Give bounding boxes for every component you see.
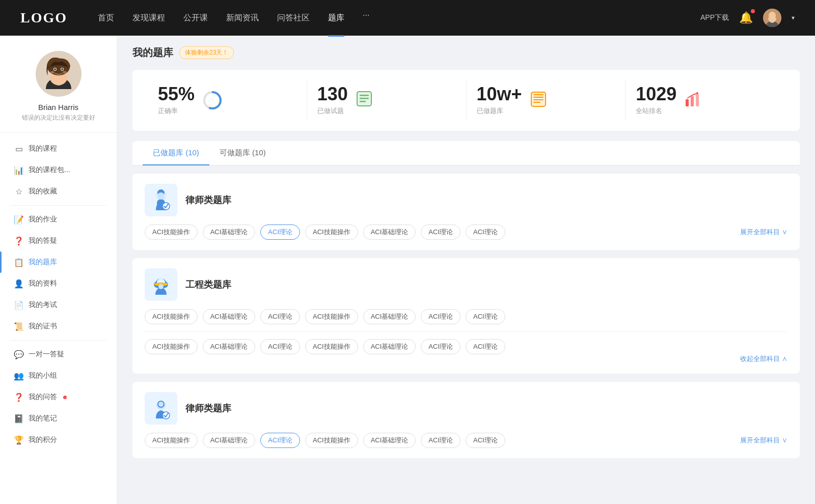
- eng-tag-2[interactable]: ACI理论: [260, 309, 300, 324]
- nav-questionbank[interactable]: 题库: [328, 11, 344, 25]
- exam-icon: 📄: [14, 300, 23, 310]
- tab-available[interactable]: 可做题库 (10): [209, 141, 276, 165]
- l2-tag-3[interactable]: ACI技能操作: [305, 433, 358, 448]
- sidebar-item-qa[interactable]: ❓ 我的答疑: [0, 230, 117, 251]
- l2-tag-6[interactable]: ACI理论: [466, 433, 505, 448]
- sidebar-item-courses[interactable]: ▭ 我的课程: [0, 138, 117, 159]
- qb-card-engineer: 工程类题库 ACI技能操作 ACI基础理论 ACI理论 ACI技能操作 ACI基…: [132, 258, 800, 374]
- eng-tag-r2-5[interactable]: ACI理论: [421, 339, 460, 354]
- svg-point-45: [158, 402, 164, 407]
- sidebar-item-myqa[interactable]: ❓ 我的问答: [0, 386, 117, 408]
- qb-title-lawyer-1: 律师类题库: [185, 194, 231, 206]
- ranking-value: 1029: [636, 85, 676, 103]
- nav-news[interactable]: 新闻资讯: [226, 11, 259, 25]
- eng-tag-r2-0[interactable]: ACI技能操作: [145, 339, 198, 354]
- user-avatar[interactable]: [36, 51, 82, 97]
- eng-tag-r2-3[interactable]: ACI技能操作: [305, 339, 358, 354]
- eng-tag-3[interactable]: ACI技能操作: [305, 309, 358, 324]
- lawyer-icon-svg: [149, 188, 173, 212]
- done-banks-label: 已做题库: [477, 106, 522, 116]
- nav-discover[interactable]: 发现课程: [132, 11, 165, 25]
- sidebar-label-1on1: 一对一答疑: [29, 350, 64, 359]
- sidebar-menu: ▭ 我的课程 📊 我的课程包... ☆ 我的收藏 📝 我的作业 ❓ 我的答疑 📋: [0, 133, 117, 456]
- sidebar-item-favorites[interactable]: ☆ 我的收藏: [0, 181, 117, 202]
- user-motto: 错误的决定比没有决定要好: [22, 114, 95, 122]
- tag-3[interactable]: ACI技能操作: [305, 225, 358, 240]
- qb-icon-lawyer-1: [145, 184, 177, 216]
- user-avatar-nav[interactable]: [763, 9, 781, 27]
- qb-divider-engineer: [145, 331, 787, 332]
- accuracy-chart: [202, 90, 223, 111]
- tags-row-lawyer-1: ACI技能操作 ACI基础理论 ACI理论 ACI技能操作 ACI基础理论 AC…: [145, 225, 787, 240]
- nav-more[interactable]: ···: [363, 11, 369, 25]
- nav-opencourse[interactable]: 公开课: [183, 11, 208, 25]
- stat-rank-content: 1029 全站排名: [636, 85, 676, 116]
- notification-bell[interactable]: 🔔: [739, 11, 753, 24]
- l2-tag-5[interactable]: ACI理论: [421, 433, 460, 448]
- lawyer-icon-svg-2: [149, 396, 173, 421]
- sidebar-item-profile[interactable]: 👤 我的资料: [0, 273, 117, 294]
- expand-btn-1[interactable]: 展开全部科目 ∨: [740, 228, 787, 237]
- stat-accuracy: 55% 正确率: [148, 80, 307, 121]
- eng-tag-r2-1[interactable]: ACI基础理论: [203, 339, 256, 354]
- l2-tag-1[interactable]: ACI基础理论: [203, 433, 256, 448]
- svg-point-11: [63, 71, 67, 74]
- sidebar-item-notes[interactable]: 📓 我的笔记: [0, 408, 117, 429]
- sidebar-label-questionbank: 我的题库: [29, 258, 57, 267]
- l2-tag-4[interactable]: ACI基础理论: [363, 433, 416, 448]
- eng-tag-r2-6[interactable]: ACI理论: [466, 339, 505, 354]
- expand-btn-3[interactable]: 展开全部科目 ∨: [740, 436, 787, 445]
- qb-header-engineer: 工程类题库: [145, 268, 787, 301]
- nav-qa[interactable]: 问答社区: [277, 11, 310, 25]
- sidebar-item-certificate[interactable]: 📜 我的证书: [0, 316, 117, 337]
- tag-0[interactable]: ACI技能操作: [145, 225, 198, 240]
- qb-icon-lawyer-2: [145, 392, 177, 425]
- svg-point-9: [61, 68, 63, 70]
- ranking-label: 全站排名: [636, 106, 676, 116]
- eng-tag-5[interactable]: ACI理论: [421, 309, 460, 324]
- eng-tag-6[interactable]: ACI理论: [466, 309, 505, 324]
- l2-tag-0[interactable]: ACI技能操作: [145, 433, 198, 448]
- eng-tag-r2-2[interactable]: ACI理论: [260, 339, 300, 354]
- sidebar-item-questionbank[interactable]: 📋 我的题库: [0, 251, 117, 273]
- tab-done[interactable]: 已做题库 (10): [143, 141, 209, 165]
- questionbank-icon: 📋: [14, 258, 23, 267]
- tag-6[interactable]: ACI理论: [466, 225, 505, 240]
- nav-right: APP下载 🔔 ▾: [700, 9, 795, 27]
- tag-5[interactable]: ACI理论: [421, 225, 460, 240]
- l2-tag-2-active[interactable]: ACI理论: [260, 433, 300, 448]
- tag-4[interactable]: ACI基础理论: [363, 225, 416, 240]
- tags-row-engineer-2: ACI技能操作 ACI基础理论 ACI理论 ACI技能操作 ACI基础理论 AC…: [145, 339, 787, 354]
- sidebar-label-exam: 我的考试: [29, 300, 57, 310]
- eng-tag-4[interactable]: ACI基础理论: [363, 309, 416, 324]
- points-icon: 🏆: [14, 435, 23, 444]
- tag-1[interactable]: ACI基础理论: [203, 225, 256, 240]
- stat-done-banks: 10w+ 已做题库: [467, 80, 626, 121]
- svg-rect-26: [691, 96, 694, 106]
- tag-2-active[interactable]: ACI理论: [260, 225, 300, 240]
- nav-home[interactable]: 首页: [98, 11, 114, 25]
- eng-tag-r2-4[interactable]: ACI基础理论: [363, 339, 416, 354]
- sidebar-item-course-package[interactable]: 📊 我的课程包...: [0, 159, 117, 181]
- notes-icon: 📓: [14, 414, 23, 423]
- ranking-icon: [684, 90, 702, 110]
- page-header: 我的题库 体验剩余23天！: [132, 46, 800, 60]
- collapse-btn-engineer[interactable]: 收起全部科目 ∧: [145, 354, 787, 363]
- favorites-icon: ☆: [14, 187, 23, 196]
- user-menu-chevron[interactable]: ▾: [792, 14, 795, 21]
- sidebar-item-points[interactable]: 🏆 我的积分: [0, 429, 117, 451]
- done-questions-value: 130: [317, 85, 348, 103]
- sidebar-item-exam[interactable]: 📄 我的考试: [0, 294, 117, 316]
- sidebar-item-1on1[interactable]: 💬 一对一答疑: [0, 344, 117, 365]
- trial-badge: 体验剩余23天！: [179, 46, 234, 59]
- logo[interactable]: LOGO: [20, 10, 67, 26]
- stats-card: 55% 正确率 130 已做试题: [132, 70, 800, 131]
- nav-links: 首页 发现课程 公开课 新闻资讯 问答社区 题库 ···: [98, 11, 700, 25]
- sidebar-item-homework[interactable]: 📝 我的作业: [0, 209, 117, 230]
- eng-tag-0[interactable]: ACI技能操作: [145, 309, 198, 324]
- app-download-link[interactable]: APP下载: [700, 13, 729, 22]
- sidebar-label-courses: 我的课程: [29, 144, 57, 153]
- eng-tag-1[interactable]: ACI基础理论: [203, 309, 256, 324]
- sidebar-item-group[interactable]: 👥 我的小组: [0, 365, 117, 386]
- done-banks-value: 10w+: [477, 85, 522, 103]
